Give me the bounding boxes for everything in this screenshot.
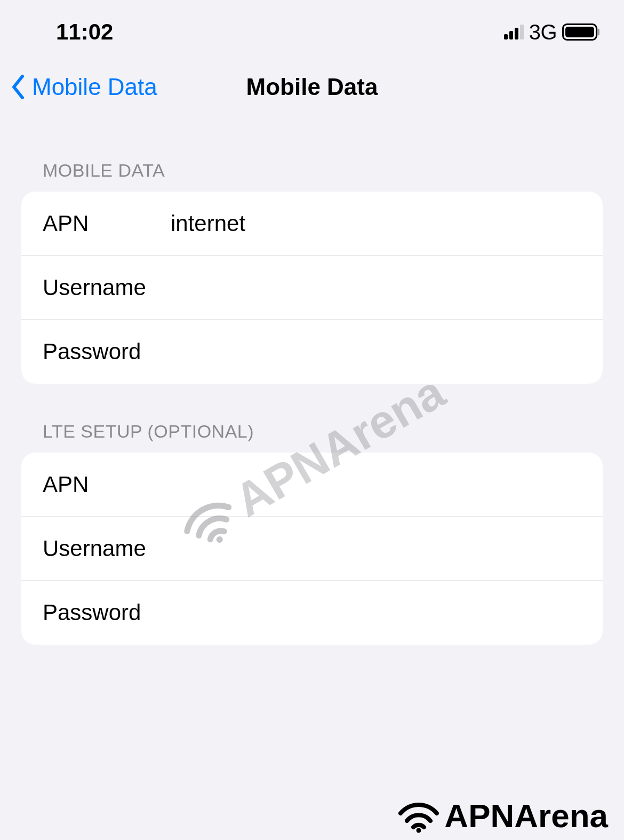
content-area: MOBILE DATA APN Username Password LTE SE…: [0, 115, 624, 645]
navigation-bar: Mobile Data Mobile Data: [0, 53, 624, 115]
username-input[interactable]: [171, 275, 581, 300]
apn-input[interactable]: [171, 211, 581, 236]
lte-password-input[interactable]: [171, 600, 581, 625]
status-time: 11:02: [27, 19, 113, 45]
row-lte-apn[interactable]: APN: [21, 453, 603, 517]
row-label-lte-username: Username: [43, 536, 171, 561]
status-bar: 11:02 3G: [0, 0, 624, 53]
chevron-left-icon: [11, 74, 26, 100]
row-password[interactable]: Password: [21, 320, 603, 384]
page-title: Mobile Data: [246, 74, 378, 100]
lte-apn-input[interactable]: [171, 472, 581, 497]
row-label-apn: APN: [43, 211, 171, 236]
settings-group-mobile-data: APN Username Password: [21, 192, 603, 384]
lte-username-input[interactable]: [171, 536, 581, 561]
section-header-mobile-data: MOBILE DATA: [21, 115, 603, 192]
cellular-signal-icon: [504, 25, 524, 39]
watermark-bottom-text: APNArena: [444, 797, 608, 835]
status-indicators: 3G: [504, 20, 597, 44]
row-label-lte-apn: APN: [43, 472, 171, 497]
row-lte-password[interactable]: Password: [21, 581, 603, 645]
watermark-bottom: APNArena: [397, 797, 608, 835]
settings-group-lte-setup: APN Username Password: [21, 453, 603, 645]
wifi-icon: [397, 798, 440, 833]
row-apn[interactable]: APN: [21, 192, 603, 256]
row-label-username: Username: [43, 275, 171, 300]
row-lte-username[interactable]: Username: [21, 517, 603, 581]
battery-icon: [562, 23, 597, 41]
section-header-lte-setup: LTE SETUP (OPTIONAL): [21, 384, 603, 453]
row-label-password: Password: [43, 339, 171, 364]
svg-point-1: [417, 828, 421, 833]
back-button-label: Mobile Data: [32, 74, 157, 100]
network-type-label: 3G: [529, 20, 557, 44]
password-input[interactable]: [171, 339, 581, 364]
row-username[interactable]: Username: [21, 256, 603, 320]
row-label-lte-password: Password: [43, 600, 171, 625]
back-button[interactable]: Mobile Data: [11, 74, 157, 100]
